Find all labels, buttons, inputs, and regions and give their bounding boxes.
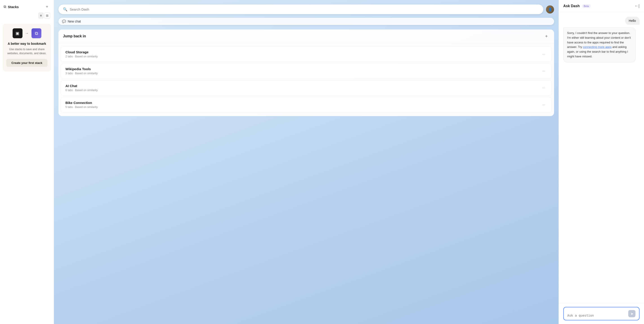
collapse-button[interactable]: ←|	[634, 4, 640, 8]
stacks-empty-card: ▣ → ⧉ A better way to bookmark Use stack…	[3, 24, 51, 71]
input-area: ➤	[559, 303, 644, 324]
tab-group-item[interactable]: AI Chat 6 tabs · Based on similarity ···	[61, 80, 552, 96]
tab-group-item[interactable]: Wikipedia Tools 3 tabs · Based on simila…	[61, 63, 552, 79]
jump-back-items: Cloud Storage 2 tabs · Based on similari…	[58, 43, 554, 116]
connect-apps-link[interactable]: connecting more apps	[583, 45, 612, 49]
tab-group-info: Wikipedia Tools 3 tabs · Based on simila…	[66, 67, 98, 75]
left-panel: ⧉ Stacks + ≡ ⊞ ▣ → ⧉ A better way to boo…	[0, 0, 54, 324]
tab-group-name: AI Chat	[66, 84, 98, 88]
user-message: Hello	[625, 17, 640, 25]
ask-dash-title: Ask Dash	[563, 4, 580, 8]
grid-view-button[interactable]: ⊞	[44, 13, 50, 19]
send-button[interactable]: ➤	[628, 310, 636, 317]
create-first-stack-button[interactable]: Create your first stack	[6, 59, 48, 67]
jump-back-card: Jump back in + Cloud Storage 2 tabs · Ba…	[58, 30, 554, 116]
stacks-title: Stacks	[8, 5, 19, 9]
center-panel: 🔍 👤 💬 New chat Jump back in + Cloud Stor…	[54, 0, 558, 324]
tab-group-info: AI Chat 6 tabs · Based on similarity	[66, 84, 98, 92]
doc-icon: ▣	[12, 28, 22, 38]
search-input[interactable]	[70, 8, 539, 11]
stacks-card-description: Use stacks to save and share websites, d…	[6, 47, 48, 55]
chat-icon: 💬	[62, 20, 66, 23]
right-panel: Ask Dash Beta ←| HelloSorry, I couldn't …	[558, 0, 644, 324]
tab-group-name: Cloud Storage	[66, 50, 98, 54]
more-options-button[interactable]: ···	[540, 85, 547, 91]
stacks-icon: ⧉	[4, 5, 6, 9]
tab-group-item[interactable]: Cloud Storage 2 tabs · Based on similari…	[61, 46, 552, 62]
jump-back-header: Jump back in +	[58, 30, 554, 43]
ai-message: Sorry, I couldn't find the answer to you…	[563, 28, 636, 62]
search-bar-row: 🔍 👤	[58, 5, 554, 14]
stacks-card-title: A better way to bookmark	[8, 42, 46, 46]
tab-group-info: Bike Connection 5 tabs · Based on simila…	[66, 101, 98, 109]
stack-icon-purple: ⧉	[32, 28, 41, 38]
jump-back-add-button[interactable]: +	[543, 33, 550, 39]
search-icon: 🔍	[63, 7, 68, 12]
ask-dash-title-row: Ask Dash Beta	[563, 4, 591, 8]
view-toggle-row: ≡ ⊞	[0, 13, 54, 22]
beta-badge: Beta	[582, 4, 591, 8]
tab-group-meta: 3 tabs · Based on similarity	[66, 72, 98, 75]
more-options-button[interactable]: ···	[540, 68, 547, 74]
tab-group-meta: 5 tabs · Based on similarity	[66, 106, 98, 109]
ask-input[interactable]	[567, 314, 626, 317]
tab-group-name: Wikipedia Tools	[66, 67, 98, 71]
new-chat-button[interactable]: 💬 New chat	[58, 18, 554, 25]
tab-group-item[interactable]: Bike Connection 5 tabs · Based on simila…	[61, 97, 552, 113]
tab-group-meta: 2 tabs · Based on similarity	[66, 55, 98, 58]
send-icon: ➤	[630, 312, 634, 316]
search-bar: 🔍	[58, 5, 543, 14]
left-panel-header: ⧉ Stacks +	[0, 4, 54, 13]
jump-back-title: Jump back in	[63, 34, 86, 38]
more-options-button[interactable]: ···	[540, 51, 547, 57]
avatar[interactable]: 👤	[546, 6, 554, 14]
more-options-button[interactable]: ···	[540, 102, 547, 108]
tab-group-name: Bike Connection	[66, 101, 98, 105]
tab-group-info: Cloud Storage 2 tabs · Based on similari…	[66, 50, 98, 58]
bookmark-illustration: ▣ → ⧉	[12, 28, 41, 38]
messages-area: HelloSorry, I couldn't find the answer t…	[559, 12, 644, 303]
arrow-icon: →	[25, 31, 29, 35]
tab-group-meta: 6 tabs · Based on similarity	[66, 89, 98, 92]
list-view-button[interactable]: ≡	[38, 13, 44, 19]
add-stack-button[interactable]: +	[44, 4, 50, 10]
input-box: ➤	[563, 307, 640, 320]
stacks-title-row: ⧉ Stacks	[4, 5, 19, 9]
new-chat-label: New chat	[68, 20, 81, 23]
right-panel-header: Ask Dash Beta ←|	[559, 0, 644, 12]
